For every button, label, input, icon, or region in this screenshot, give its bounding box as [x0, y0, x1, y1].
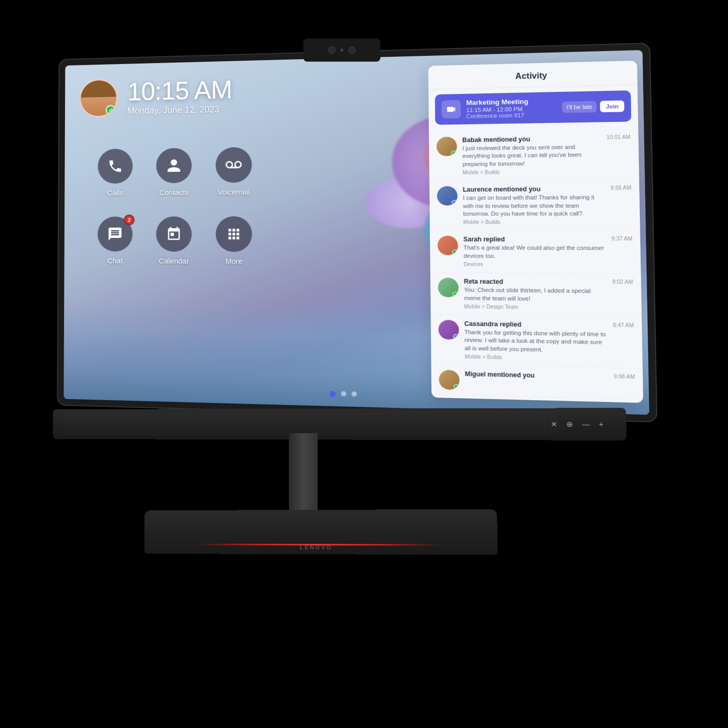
- grid-icon: [226, 226, 242, 242]
- activity-source: Mobile > Builds: [465, 354, 608, 363]
- activity-name: Cassandra replied: [464, 320, 607, 329]
- activity-item[interactable]: Laurence mentioned you I can get on boar…: [429, 180, 640, 231]
- app-icon-calls: [98, 148, 133, 183]
- activity-source: Mobile > Builds: [463, 219, 606, 225]
- time-display: 10:15 AM: [128, 77, 232, 104]
- meeting-card[interactable]: Marketing Meeting 11:15 AM - 12:00 PM Co…: [435, 91, 631, 125]
- meeting-info: Marketing Meeting 11:15 AM - 12:00 PM Co…: [466, 97, 557, 119]
- app-icon-chat: 2: [98, 216, 133, 251]
- activity-panel: Activity Marketing Meeting 11:15 AM - 12…: [428, 61, 643, 403]
- voicemail-icon: [226, 157, 242, 173]
- activity-text: Thank you for getting this done with ple…: [464, 328, 608, 355]
- join-button[interactable]: Join: [600, 101, 624, 113]
- app-icon-calendar: [156, 216, 192, 252]
- monitor-screen: 10:15 AM Monday, June 12, 2023 Calls: [64, 50, 649, 415]
- activity-avatar-sarah: [438, 236, 458, 256]
- activity-avatar-reta: [438, 278, 458, 298]
- activity-item[interactable]: Reta reacted You: Check out slide thirte…: [430, 273, 642, 317]
- activity-source: Mobile > Builds: [463, 169, 602, 175]
- camera-lens-left: [328, 46, 336, 54]
- app-item-contacts[interactable]: Contacts: [147, 140, 201, 204]
- activity-text: I just reviewed the deck you sent over a…: [462, 143, 601, 169]
- status-indicator: [453, 334, 458, 339]
- activity-list: Babak mentioned you I just reviewed the …: [429, 127, 643, 401]
- calendar-icon: [166, 226, 182, 242]
- status-indicator: [453, 292, 458, 297]
- app-item-calendar[interactable]: Calendar: [147, 208, 201, 273]
- activity-source: Devices: [464, 261, 606, 268]
- video-icon: [446, 104, 457, 114]
- scene: 10:15 AM Monday, June 12, 2023 Calls: [0, 0, 728, 728]
- activity-time: 9:02 AM: [612, 279, 633, 285]
- camera-toggle-icon[interactable]: ⊕: [566, 420, 573, 428]
- app-item-chat[interactable]: 2 Chat: [88, 208, 142, 272]
- activity-body-sarah: Sarah replied That's a great idea! We co…: [463, 236, 606, 268]
- activity-text: That's a great idea! We could also get t…: [464, 244, 606, 260]
- chat-icon: [107, 226, 123, 241]
- camera-lens-right: [348, 46, 356, 54]
- im-late-button[interactable]: I'll be late: [562, 101, 597, 113]
- meeting-room: Conference room 917: [466, 112, 557, 119]
- user-time-area: 10:15 AM Monday, June 12, 2023: [79, 76, 232, 117]
- activity-time: 10:01 AM: [607, 134, 631, 141]
- activity-body-miguel: Miguel mentioned you: [465, 370, 608, 381]
- page-dot-1[interactable]: [329, 391, 336, 397]
- volume-down-icon[interactable]: —: [582, 420, 590, 428]
- avatar-hair: [81, 80, 117, 98]
- soundbar: ✕ ⊕ — +: [53, 408, 626, 441]
- app-label-chat: Chat: [107, 256, 123, 264]
- activity-name: Sarah replied: [463, 236, 606, 243]
- avatar[interactable]: [79, 78, 118, 117]
- camera-indicator: [340, 49, 343, 52]
- stand-base: LENOVO: [144, 509, 498, 555]
- page-dot-3[interactable]: [351, 391, 357, 397]
- activity-avatar-babak: [436, 137, 457, 156]
- date-display: Monday, June 12, 2023: [128, 104, 232, 116]
- monitor-bezel: 10:15 AM Monday, June 12, 2023 Calls: [57, 42, 657, 422]
- app-label-calendar: Calendar: [159, 256, 189, 265]
- activity-text: I can get on board with that! Thanks for…: [463, 194, 605, 218]
- person-icon: [166, 157, 182, 173]
- status-indicator: [454, 384, 459, 390]
- activity-body-laurence: Laurence mentioned you I can get on boar…: [463, 185, 606, 225]
- avatar-status-badge: [106, 105, 116, 115]
- app-label-voicemail: Voicemail: [218, 187, 250, 196]
- app-icon-voicemail: [216, 147, 252, 182]
- activity-time: 9:37 AM: [611, 236, 633, 242]
- page-dot-2[interactable]: [341, 391, 346, 396]
- meeting-icon: [442, 100, 461, 119]
- status-indicator: [452, 250, 457, 255]
- activity-time: 9:55 AM: [611, 185, 631, 191]
- activity-avatar-laurence: [437, 186, 457, 206]
- soundbar-texture: [63, 412, 559, 436]
- apps-grid: Calls Contacts: [88, 139, 261, 273]
- app-icon-contacts: [156, 147, 192, 183]
- activity-body-babak: Babak mentioned you I just reviewed the …: [462, 135, 601, 176]
- app-item-voicemail[interactable]: Voicemail: [206, 139, 261, 204]
- app-label-calls: Calls: [107, 188, 123, 196]
- activity-name: Reta reacted: [464, 278, 607, 286]
- activity-item[interactable]: Sarah replied That's a great idea! We co…: [430, 231, 641, 274]
- activity-item[interactable]: Miguel mentioned you 9:08 AM: [431, 364, 643, 400]
- monitor-wrapper: 10:15 AM Monday, June 12, 2023 Calls: [58, 39, 626, 664]
- activity-time: 9:08 AM: [614, 374, 635, 380]
- meeting-actions: I'll be late Join: [562, 101, 624, 113]
- activity-time: 8:47 AM: [613, 322, 634, 328]
- activity-avatar-cassandra: [438, 320, 459, 339]
- chat-badge: 2: [124, 214, 134, 225]
- volume-up-icon[interactable]: +: [599, 420, 604, 428]
- activity-item[interactable]: Babak mentioned you I just reviewed the …: [429, 129, 639, 182]
- app-item-more[interactable]: More: [206, 208, 262, 273]
- activity-source: Mobile > Design Team: [464, 304, 607, 311]
- phone-icon: [107, 158, 123, 173]
- activity-title: Activity: [428, 61, 637, 90]
- brand-logo: LENOVO: [300, 545, 333, 550]
- activity-name: Babak mentioned you: [462, 135, 601, 144]
- activity-name: Miguel mentioned you: [465, 370, 608, 381]
- page-dots: [329, 391, 357, 398]
- activity-item[interactable]: Cassandra replied Thank you for getting …: [431, 314, 643, 369]
- status-indicator: [451, 150, 456, 156]
- activity-avatar-miguel: [439, 370, 459, 390]
- app-item-calls[interactable]: Calls: [89, 141, 142, 204]
- app-label-more: More: [225, 257, 243, 265]
